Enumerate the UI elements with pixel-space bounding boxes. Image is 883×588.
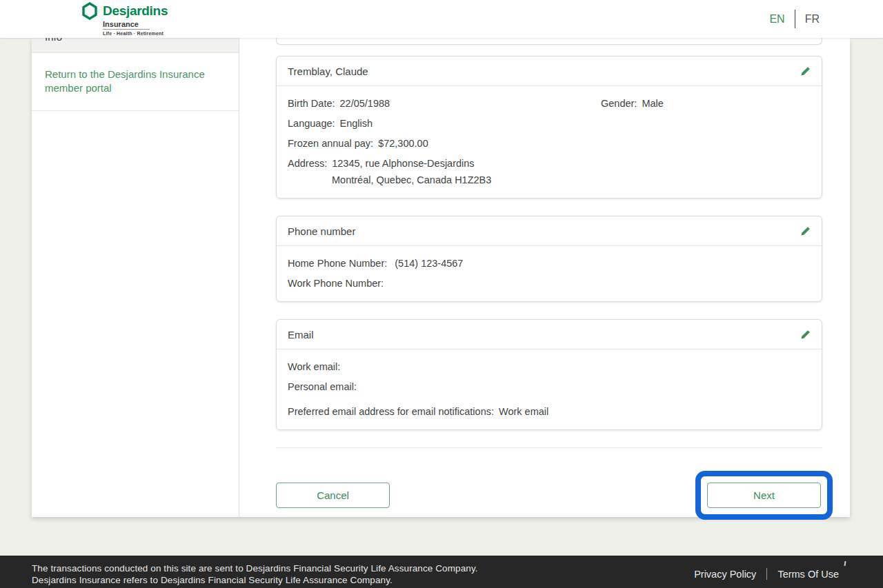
home-phone-field: Home Phone Number:(514) 123-4567 xyxy=(288,258,811,269)
personal-email-field: Personal email: xyxy=(288,381,811,392)
language-en-button[interactable]: EN xyxy=(768,12,785,27)
footer: The transactions conducted on this site … xyxy=(0,556,883,588)
main-panel: Tremblay, Claude Birth Date:22/05/1988 G… xyxy=(239,38,850,517)
phone-card: Phone number Home Phone Number:(514) 123… xyxy=(276,216,822,302)
gender-field: Gender:Male xyxy=(601,98,664,109)
actions-row: Cancel Next xyxy=(276,471,822,520)
logo-division-text: Insurance xyxy=(103,20,150,30)
next-button[interactable]: Next xyxy=(707,483,821,508)
sidebar-item-label: Info xyxy=(45,38,62,43)
birth-date-value: 22/05/1988 xyxy=(340,98,390,109)
gender-label: Gender: xyxy=(601,98,637,109)
pencil-icon xyxy=(800,330,811,340)
partial-card-above xyxy=(276,38,822,45)
address-line2: Montréal, Quebec, Canada H1Z2B3 xyxy=(288,174,811,185)
frozen-pay-field: Frozen annual pay:$72,300.00 xyxy=(288,138,811,149)
pencil-icon xyxy=(800,226,811,236)
sidebar-item-return-to-portal[interactable]: Return to the Desjardins Insurance membe… xyxy=(32,53,239,111)
preferred-email-label: Preferred email address for email notifi… xyxy=(288,406,494,417)
frozen-pay-label: Frozen annual pay: xyxy=(288,138,373,149)
address-label: Address: xyxy=(288,158,327,169)
birth-date-field: Birth Date:22/05/1988 xyxy=(288,98,601,109)
edit-phone-button[interactable] xyxy=(798,224,812,238)
preferred-email-field: Preferred email address for email notifi… xyxy=(288,406,811,417)
next-button-highlight-box: Next xyxy=(695,471,833,520)
sidebar: Info Return to the Desjardins Insurance … xyxy=(32,38,239,517)
work-phone-field: Work Phone Number: xyxy=(288,278,811,289)
content-container: Info Return to the Desjardins Insurance … xyxy=(32,38,850,517)
work-phone-label: Work Phone Number: xyxy=(288,278,384,289)
personal-info-card: Tremblay, Claude Birth Date:22/05/1988 G… xyxy=(276,56,822,199)
cancel-button[interactable]: Cancel xyxy=(276,483,390,508)
birth-date-label: Birth Date: xyxy=(288,98,335,109)
top-header: Desjardins Insurance Life · Health · Ret… xyxy=(0,0,883,38)
footer-links: Privacy Policy Terms Of Use xyxy=(694,568,839,580)
home-phone-label: Home Phone Number: xyxy=(288,258,387,269)
language-label: Language: xyxy=(288,118,335,129)
email-card: Email Work email: Personal email: Prefer… xyxy=(276,319,822,430)
logo-tagline-text: Life · Health · Retirement xyxy=(103,31,168,36)
preferred-email-value: Work email xyxy=(499,406,548,417)
edit-email-button[interactable] xyxy=(798,327,812,341)
gender-value: Male xyxy=(642,98,663,109)
work-email-field: Work email: xyxy=(288,361,811,372)
frozen-pay-value: $72,300.00 xyxy=(378,138,428,149)
phone-card-title: Phone number xyxy=(288,225,355,237)
footer-line-1: The transactions conducted on this site … xyxy=(32,562,478,574)
logo-brand-text: Desjardins xyxy=(103,3,168,19)
actions-divider xyxy=(276,447,822,448)
edit-personal-info-button[interactable] xyxy=(798,64,812,78)
desjardins-logo[interactable]: Desjardins Insurance Life · Health · Ret… xyxy=(81,2,168,36)
footer-legal-text: The transactions conducted on this site … xyxy=(32,562,478,588)
sidebar-item-personal-info-truncated[interactable]: Info xyxy=(32,38,239,53)
chevron-up-icon xyxy=(215,38,224,41)
address-line1: 12345, rue Alphonse-Desjardins xyxy=(332,158,474,169)
language-field: Language:English xyxy=(288,118,811,129)
email-card-title: Email xyxy=(288,329,314,341)
language-value: English xyxy=(340,118,373,129)
footer-link-separator xyxy=(766,568,767,580)
pencil-icon xyxy=(800,66,811,77)
terms-of-use-link[interactable]: Terms Of Use xyxy=(777,569,839,580)
work-email-label: Work email: xyxy=(288,361,340,372)
personal-email-label: Personal email: xyxy=(288,381,357,392)
address-field: Address:12345, rue Alphonse-Desjardins M… xyxy=(288,158,811,185)
home-phone-value: (514) 123-4567 xyxy=(395,258,463,269)
stray-mark xyxy=(844,561,846,566)
language-fr-button[interactable]: FR xyxy=(804,12,820,27)
language-switcher: EN FR xyxy=(768,10,820,28)
desjardins-hexagon-icon xyxy=(81,2,98,20)
footer-line-2: Desjardins Insurance refers to Desjardin… xyxy=(32,574,478,586)
person-card-title: Tremblay, Claude xyxy=(288,65,368,77)
privacy-policy-link[interactable]: Privacy Policy xyxy=(694,569,756,580)
language-separator xyxy=(795,10,795,28)
